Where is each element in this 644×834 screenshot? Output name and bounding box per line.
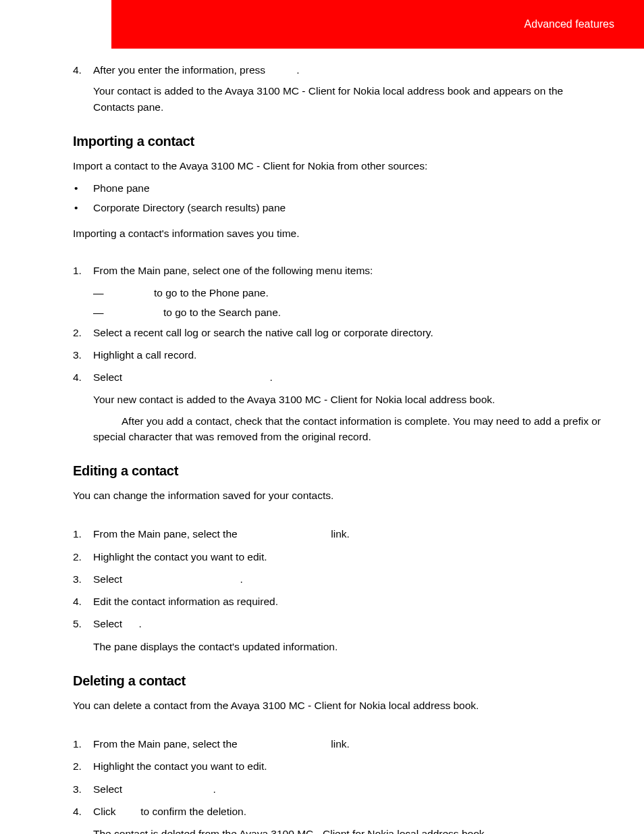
sub-text-content: to go to the Phone pane. bbox=[154, 287, 269, 298]
step-number: 4. bbox=[73, 594, 93, 609]
step-text-c: . bbox=[296, 64, 299, 76]
editing-step-4: 4. Edit the contact information as requi… bbox=[73, 594, 603, 609]
sub-text-content: to go to the Search pane. bbox=[163, 307, 281, 318]
bullet-text: Phone pane bbox=[93, 180, 150, 196]
importing-note: Importing a contact's information saves … bbox=[73, 226, 603, 241]
deleting-step-3: 3. Select . bbox=[73, 781, 603, 797]
heading-editing: Editing a contact bbox=[73, 461, 603, 481]
sub-dash: — bbox=[93, 305, 135, 320]
step-text-c: . bbox=[240, 573, 242, 585]
step-number: 3. bbox=[73, 347, 93, 363]
step-text-c: to confirm the deletion. bbox=[138, 806, 246, 817]
importing-step-3: 3. Highlight a call record. bbox=[73, 347, 603, 363]
step-number: 4. bbox=[73, 369, 93, 385]
step-text: From the Main pane, select the link. bbox=[93, 736, 603, 752]
editing-step-2: 2. Highlight the contact you want to edi… bbox=[73, 549, 603, 565]
step-text: Highlight the contact you want to edit. bbox=[93, 758, 603, 774]
deleting-steps: 1. From the Main pane, select the link. … bbox=[73, 736, 603, 834]
step-text-c: . bbox=[213, 783, 215, 795]
step-number: 2. bbox=[73, 325, 93, 340]
step-number: 3. bbox=[73, 571, 93, 587]
top-step-4-cont: Your contact is added to the Avaya 3100 … bbox=[93, 83, 603, 115]
step-text: Click to confirm the deletion. bbox=[93, 804, 603, 819]
step-number: 4. bbox=[73, 62, 93, 78]
step-number: 2. bbox=[73, 758, 93, 774]
heading-deleting: Deleting a contact bbox=[73, 671, 603, 691]
step-text: Highlight the contact you want to edit. bbox=[93, 549, 603, 565]
importing-step-1: 1. From the Main pane, select one of the… bbox=[73, 263, 603, 278]
top-step-4: 4. After you enter the information, pres… bbox=[73, 62, 603, 78]
deleting-intro: You can delete a contact from the Avaya … bbox=[73, 698, 603, 713]
sub-text: to go to the Phone pane. bbox=[135, 285, 603, 301]
step-number: 5. bbox=[73, 616, 93, 631]
step-text: Edit the contact information as required… bbox=[93, 594, 603, 609]
step-text: From the Main pane, select one of the fo… bbox=[93, 263, 603, 278]
importing-sub-2: — to go to the Search pane. bbox=[93, 305, 603, 320]
deleting-step-4-cont: The contact is deleted from the Avaya 31… bbox=[93, 826, 603, 834]
importing-step-4-cont: Your new contact is added to the Avaya 3… bbox=[93, 392, 603, 407]
deleting-step-2: 2. Highlight the contact you want to edi… bbox=[73, 758, 603, 774]
step-text: Highlight a call record. bbox=[93, 347, 603, 363]
deleting-step-1: 1. From the Main pane, select the link. bbox=[73, 736, 603, 752]
bullet-phone-pane: • Phone pane bbox=[73, 180, 603, 196]
bullet-mark: • bbox=[73, 180, 93, 196]
importing-intro: Import a contact to the Avaya 3100 MC - … bbox=[73, 158, 603, 174]
header-white-space bbox=[0, 0, 111, 49]
step-text-c: link. bbox=[328, 738, 350, 750]
step-text-a: Select bbox=[93, 618, 125, 629]
after-note-text: After you add a contact, check that the … bbox=[93, 415, 601, 442]
step-text-c: . bbox=[138, 618, 141, 629]
heading-importing: Importing a contact bbox=[73, 131, 603, 151]
editing-step-3: 3. Select . bbox=[73, 571, 603, 587]
importing-sub-1: — to go to the Phone pane. bbox=[93, 285, 603, 301]
step-text: Select a recent call log or search the n… bbox=[93, 325, 603, 340]
editing-step-5: 5. Select . bbox=[73, 616, 603, 631]
step-text: Select . bbox=[93, 369, 603, 385]
step-text-a: From the Main pane, select the bbox=[93, 738, 240, 750]
step-text: After you enter the information, press . bbox=[93, 62, 603, 78]
deleting-step-4: 4. Click to confirm the deletion. bbox=[73, 804, 603, 819]
step-text-c: link. bbox=[328, 528, 350, 540]
bullet-corp-dir: • Corporate Directory (search results) p… bbox=[73, 200, 603, 215]
header-band: Advanced features bbox=[0, 0, 644, 49]
step-number: 4. bbox=[73, 804, 93, 819]
page-content: 4. After you enter the information, pres… bbox=[0, 49, 644, 834]
step-text-a: From the Main pane, select the bbox=[93, 528, 240, 540]
editing-intro: You can change the information saved for… bbox=[73, 488, 603, 503]
bullet-mark: • bbox=[73, 200, 93, 215]
header-red-bar: Advanced features bbox=[111, 0, 644, 49]
sub-text: to go to the Search pane. bbox=[135, 305, 603, 320]
step-number: 3. bbox=[73, 781, 93, 797]
bullet-text: Corporate Directory (search results) pan… bbox=[93, 200, 286, 215]
step-text: From the Main pane, select the link. bbox=[93, 526, 603, 542]
step-text: Select . bbox=[93, 571, 603, 587]
step-number: 1. bbox=[73, 736, 93, 752]
step-text-a: Select bbox=[93, 371, 125, 383]
section-title: Advanced features bbox=[525, 16, 614, 32]
importing-steps: 1. From the Main pane, select one of the… bbox=[73, 263, 603, 408]
editing-step-1: 1. From the Main pane, select the link. bbox=[73, 526, 603, 542]
sub-dash: — bbox=[93, 285, 135, 301]
importing-after-note: After you add a contact, check that the … bbox=[93, 413, 603, 445]
step-text: Select . bbox=[93, 616, 603, 631]
step-text-c: . bbox=[269, 371, 272, 383]
importing-step-2: 2. Select a recent call log or search th… bbox=[73, 325, 603, 340]
editing-steps: 1. From the Main pane, select the link. … bbox=[73, 526, 603, 654]
importing-step-4: 4. Select . bbox=[73, 369, 603, 385]
step-text-a: Click bbox=[93, 806, 119, 817]
step-number: 1. bbox=[73, 263, 93, 278]
editing-step-5-cont: The pane displays the contact's updated … bbox=[93, 639, 603, 654]
step-text: Select . bbox=[93, 781, 603, 797]
step-number: 2. bbox=[73, 549, 93, 565]
step-text-a: After you enter the information, press bbox=[93, 64, 268, 76]
step-number: 1. bbox=[73, 526, 93, 542]
step-text-a: Select bbox=[93, 573, 125, 585]
step-text-a: Select bbox=[93, 783, 125, 795]
